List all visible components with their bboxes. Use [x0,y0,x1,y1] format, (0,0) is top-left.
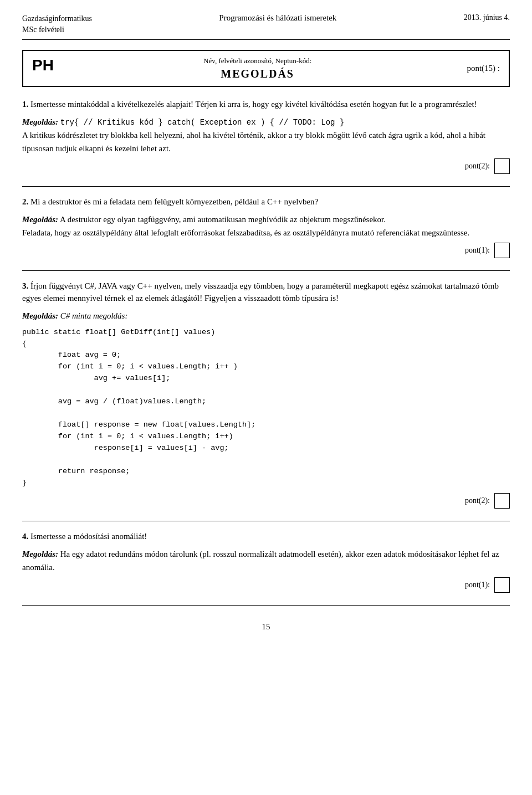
program-name: MSc felvételi [22,24,92,35]
date: 2013. június 4. [464,13,510,22]
subject-title: Programozási és hálózati ismeretek [219,13,336,22]
q4-solution: Megoldás: Ha egy adatot redundáns módon … [22,547,510,574]
q2-solution: Megoldás: A destruktor egy olyan tagfügg… [22,213,510,239]
q4-point-box [494,577,510,593]
page: Gazdaságinformatikus MSc felvételi Progr… [0,0,532,795]
q3-code-block: public static float[] GetDiff(int[] valu… [22,327,510,489]
question-3: 3. Írjon függvényt C#, JAVA vagy C++ nye… [22,280,510,509]
header-center: Programozási és hálózati ismeretek [219,13,336,23]
q4-point-label: pont(1): [465,581,490,589]
q1-body: Ismertesse mintakóddal a kivételkezelés … [30,100,477,109]
q2-answer-row: pont(1): [22,243,510,258]
question-4: 4. Ismertesse a módosítási anomáliát! Me… [22,530,510,593]
q2-point-label: pont(1): [465,246,490,255]
question-1: 1. Ismertesse mintakóddal a kivételkezel… [22,98,510,174]
divider-3 [22,521,510,521]
page-header: Gazdaságinformatikus MSc felvételi Progr… [22,13,510,40]
ph-box: PH Név, felvételi azonosító, Neptun-kód:… [22,50,510,87]
q3-point-label: pont(2): [465,496,490,505]
q4-number: 4. [22,532,28,541]
q3-body: Írjon függvényt C#, JAVA vagy C++ nyelve… [22,281,499,303]
q1-point-box [494,158,510,174]
page-number: 15 [22,622,510,632]
divider-1 [22,186,510,187]
q4-body: Ismertesse a módosítási anomáliát! [30,532,147,541]
q2-number: 2. [22,197,28,206]
ph-points: pont(15) : [467,64,500,73]
q2-body: Mi a destruktor és mi a feladata nem fel… [30,197,318,206]
q3-number: 3. [22,281,28,290]
question-2: 2. Mi a destruktor és mi a feladata nem … [22,196,510,258]
ph-label: PH [32,57,54,74]
ph-megoldas: MEGOLDÁS [65,68,451,80]
header-left: Gazdaságinformatikus MSc felvételi [22,13,92,35]
q3-solution-label: Megoldás: [22,311,58,320]
ph-content: Név, felvételi azonosító, Neptun-kód: ME… [65,57,451,80]
q2-solution-text1: A destruktor egy olyan tagfüggvény, ami … [60,215,386,224]
q4-answer-row: pont(1): [22,577,510,593]
q1-text: 1. Ismertesse mintakóddal a kivételkezel… [22,98,510,111]
q1-answer-row: pont(2): [22,158,510,174]
divider-2 [22,270,510,271]
q3-point-box [494,493,510,509]
q1-solution-label: Megoldás: [22,117,58,126]
ph-box-title: Név, felvételi azonosító, Neptun-kód: [65,57,451,65]
q3-text: 3. Írjon függvényt C#, JAVA vagy C++ nye… [22,280,510,305]
q2-solution-label: Megoldás: [22,215,58,224]
q2-point-box [494,243,510,258]
q3-solution: Megoldás: C# minta megoldás: [22,309,510,322]
institution-name: Gazdaságinformatikus [22,13,92,24]
q1-number: 1. [22,100,28,109]
q1-point-label: pont(2): [465,162,490,171]
q1-solution-text: A kritikus kódrészletet try blokkba kell… [22,131,485,153]
q4-solution-label: Megoldás: [22,550,58,558]
q3-answer-row: pont(2): [22,493,510,509]
q2-solution-text2: Feladata, hogy az osztálypéldány által l… [22,228,469,237]
divider-bottom [22,605,510,606]
q1-code-inline: try{ // Kritikus kód } catch( Exception … [60,118,344,127]
q4-solution-text: Ha egy adatot redundáns módon tárolunk (… [22,550,499,572]
q1-solution: Megoldás: try{ // Kritikus kód } catch( … [22,115,510,155]
header-right: 2013. június 4. [464,13,510,22]
q2-text: 2. Mi a destruktor és mi a feladata nem … [22,196,510,208]
q3-solution-sublabel: C# minta megoldás: [60,311,128,320]
q4-text: 4. Ismertesse a módosítási anomáliát! [22,530,510,543]
